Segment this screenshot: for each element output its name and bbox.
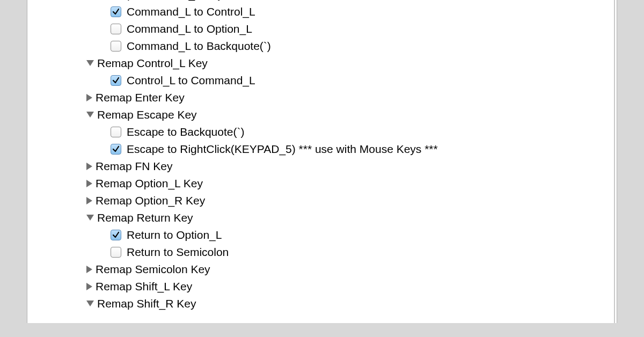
group-label: Remap FN Key (96, 160, 173, 173)
item-label: Escape to Backquote(`) (127, 126, 244, 138)
disclosure-closed-icon[interactable] (86, 266, 92, 273)
tree-group[interactable]: Remap Control_L Key (27, 55, 617, 72)
item-label: Escape to RightClick(KEYPAD_5) *** use w… (127, 143, 438, 156)
disclosure-open-icon[interactable] (86, 215, 94, 221)
checkbox[interactable] (111, 24, 121, 34)
item-label: Command_L to Backquote(`) (127, 40, 271, 53)
preferences-panel: Remap Command_L KeyCommand_L to Control_… (27, 0, 617, 323)
item-label: Command_L to Control_L (127, 5, 255, 18)
tree-item[interactable]: Return to Option_L (27, 226, 617, 244)
checkbox[interactable] (111, 247, 121, 258)
tree-item[interactable]: Command_L to Backquote(`) (27, 38, 617, 55)
checkbox[interactable] (111, 75, 121, 86)
checkbox[interactable] (111, 230, 121, 240)
checkbox[interactable] (111, 127, 121, 137)
tree-group[interactable]: Remap Semicolon Key (27, 261, 617, 278)
tree-item[interactable]: Escape to RightClick(KEYPAD_5) *** use w… (27, 141, 617, 158)
tree-group[interactable]: Remap Enter Key (27, 89, 617, 106)
disclosure-closed-icon[interactable] (86, 94, 92, 101)
item-label: Control_L to Command_L (127, 74, 255, 87)
group-label: Remap Escape Key (97, 108, 197, 121)
disclosure-closed-icon[interactable] (86, 283, 92, 290)
group-label: Remap Semicolon Key (96, 263, 210, 276)
tree-item[interactable]: Return to Semicolon (27, 244, 617, 261)
disclosure-closed-icon[interactable] (86, 163, 92, 170)
tree-group[interactable]: Remap Escape Key (27, 106, 617, 123)
group-label: Remap Option_R Key (96, 194, 205, 207)
checkbox[interactable] (111, 41, 121, 52)
group-label: Remap Shift_L Key (96, 280, 192, 293)
tree-group[interactable]: Remap Shift_R Key (27, 295, 617, 312)
group-label: Remap Return Key (97, 211, 193, 224)
tree-group[interactable]: Remap FN Key (27, 158, 617, 175)
group-label: Remap Shift_R Key (97, 297, 196, 310)
disclosure-open-icon[interactable] (86, 60, 94, 66)
checkbox[interactable] (111, 6, 121, 17)
tree-item[interactable]: Control_L to Command_L (27, 72, 617, 89)
group-label: Remap Option_L Key (96, 177, 203, 190)
item-label: Command_L to Option_L (127, 23, 252, 35)
group-label: Remap Enter Key (96, 91, 185, 104)
disclosure-open-icon[interactable] (86, 301, 94, 306)
tree-item[interactable]: Command_L to Option_L (27, 20, 617, 38)
tree-item[interactable]: Escape to Backquote(`) (27, 123, 617, 141)
tree-group[interactable]: Remap Shift_L Key (27, 278, 617, 295)
group-label: Remap Command_L Key (97, 0, 223, 1)
item-label: Return to Semicolon (127, 246, 229, 259)
group-label: Remap Control_L Key (97, 57, 208, 70)
tree-group[interactable]: Remap Return Key (27, 209, 617, 226)
disclosure-open-icon[interactable] (86, 112, 94, 118)
checkbox[interactable] (111, 144, 121, 155)
disclosure-closed-icon[interactable] (86, 197, 92, 204)
tree-group[interactable]: Remap Option_R Key (27, 192, 617, 209)
item-label: Return to Option_L (127, 229, 222, 241)
tree-item[interactable]: Command_L to Control_L (27, 3, 617, 20)
tree-group[interactable]: Remap Option_L Key (27, 175, 617, 192)
disclosure-closed-icon[interactable] (86, 180, 92, 187)
